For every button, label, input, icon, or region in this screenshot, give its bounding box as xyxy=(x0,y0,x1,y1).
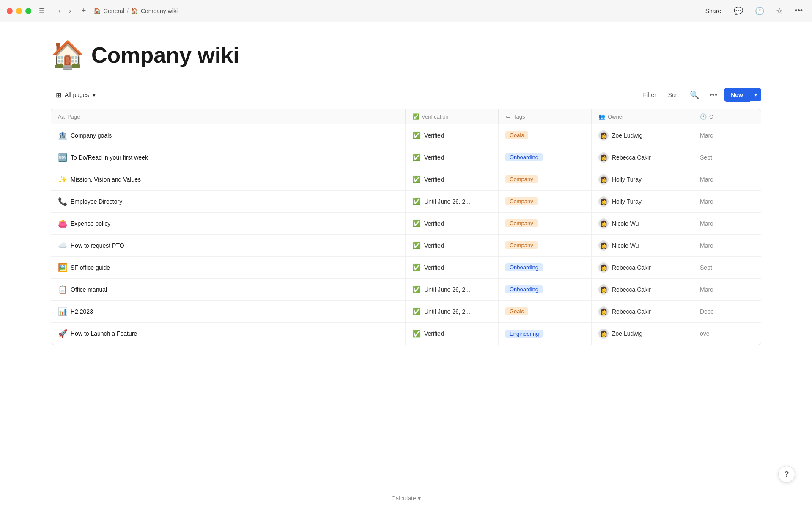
comments-button[interactable]: 💬 xyxy=(731,5,746,17)
cell-tag: Company xyxy=(499,213,592,234)
row-page-name: How to request PTO xyxy=(71,242,124,249)
row-owner-name: Holly Turay xyxy=(612,198,642,205)
row-owner-name: Rebecca Cakir xyxy=(612,308,651,315)
history-button[interactable]: 🕐 xyxy=(752,5,767,17)
toolbar: ⊞ All pages ▾ Filter Sort 🔍 ••• New ▾ xyxy=(51,88,761,102)
verify-check-icon: ✅ xyxy=(412,285,421,293)
cell-tag: Company xyxy=(499,235,592,256)
new-tab-button[interactable]: + xyxy=(79,5,89,17)
col-header-date: 🕐 C xyxy=(693,109,761,124)
page-title: Company wiki xyxy=(91,42,239,68)
row-page-name: Mission, Vision and Values xyxy=(71,176,141,183)
cell-date: Sept xyxy=(693,257,761,278)
forward-button[interactable]: › xyxy=(66,6,74,17)
cell-page-name: 🚀 How to Launch a Feature xyxy=(51,323,406,345)
sort-button[interactable]: Sort xyxy=(664,89,683,101)
owner-avatar: 👩 xyxy=(598,306,609,317)
cell-verification: ✅ Verified xyxy=(406,323,499,345)
table-row[interactable]: ✨ Mission, Vision and Values ✅ Verified … xyxy=(51,168,761,190)
cell-date: Marc xyxy=(693,168,761,190)
bookmark-button[interactable]: ☆ xyxy=(774,5,785,17)
row-tag: Goals xyxy=(505,307,528,315)
cell-date: Marc xyxy=(693,279,761,300)
row-owner-name: Holly Turay xyxy=(612,176,642,183)
cell-tag: Onboarding xyxy=(499,279,592,300)
row-page-icon: 👛 xyxy=(58,219,67,228)
view-selector-button[interactable]: ⊞ All pages ▾ xyxy=(51,88,101,102)
share-button[interactable]: Share xyxy=(702,6,724,16)
row-tag: Onboarding xyxy=(505,153,543,161)
cell-verification: ✅ Verified xyxy=(406,235,499,256)
owner-avatar: 👩 xyxy=(598,284,609,295)
table-header: Aa Page ✅ Verification ≔ Tags 👥 Owner 🕐 … xyxy=(51,109,761,124)
calculate-button[interactable]: Calculate ▾ xyxy=(391,495,420,502)
col-header-date-icon: 🕐 xyxy=(700,113,707,120)
cell-verification: ✅ Verified xyxy=(406,213,499,234)
search-button[interactable]: 🔍 xyxy=(686,88,702,102)
table-row[interactable]: 📋 Office manual ✅ Until June 26, 2... On… xyxy=(51,279,761,301)
table-body: 🏦 Company goals ✅ Verified Goals 👩 Zoe L… xyxy=(51,124,761,345)
cell-verification: ✅ Verified xyxy=(406,257,499,278)
owner-avatar: 👩 xyxy=(598,174,609,185)
table-row[interactable]: 🆕 To Do/Read in your first week ✅ Verifi… xyxy=(51,146,761,168)
breadcrumb-home-icon: 🏠 xyxy=(93,8,101,14)
more-toolbar-button[interactable]: ••• xyxy=(706,88,721,102)
row-date: Marc xyxy=(700,242,713,249)
cell-owner: 👩 Nicole Wu xyxy=(592,213,693,234)
cell-owner: 👩 Zoe Ludwig xyxy=(592,124,693,146)
table-row[interactable]: ☁️ How to request PTO ✅ Verified Company… xyxy=(51,235,761,257)
row-page-icon: 🖼️ xyxy=(58,263,67,272)
cell-date: Marc xyxy=(693,213,761,234)
cell-owner: 👩 Nicole Wu xyxy=(592,235,693,256)
sidebar-toggle-button[interactable]: ☰ xyxy=(36,5,47,17)
nav-arrows: ‹ › xyxy=(56,6,74,17)
cell-verification: ✅ Verified xyxy=(406,124,499,146)
cell-page-name: ✨ Mission, Vision and Values xyxy=(51,168,406,190)
back-button[interactable]: ‹ xyxy=(56,6,63,17)
owner-avatar: 👩 xyxy=(598,196,609,207)
col-header-page-icon: Aa xyxy=(58,113,65,120)
row-page-name: To Do/Read in your first week xyxy=(71,154,148,161)
verify-check-icon: ✅ xyxy=(412,131,421,139)
cell-owner: 👩 Rebecca Cakir xyxy=(592,279,693,300)
row-page-name: Employee Directory xyxy=(71,198,122,205)
table-row[interactable]: 🚀 How to Launch a Feature ✅ Verified Eng… xyxy=(51,323,761,345)
maximize-traffic-light[interactable] xyxy=(25,8,31,14)
table-row[interactable]: 📞 Employee Directory ✅ Until June 26, 2.… xyxy=(51,190,761,213)
cell-page-name: ☁️ How to request PTO xyxy=(51,235,406,256)
row-tag: Company xyxy=(505,241,538,249)
close-traffic-light[interactable] xyxy=(7,8,13,14)
row-verification: Verified xyxy=(424,220,444,227)
row-owner-name: Rebecca Cakir xyxy=(612,286,651,293)
row-verification: Verified xyxy=(424,330,444,337)
row-verification: Verified xyxy=(424,242,444,249)
cell-owner: 👩 Holly Turay xyxy=(592,168,693,190)
table-row[interactable]: 👛 Expense policy ✅ Verified Company 👩 Ni… xyxy=(51,213,761,235)
cell-owner: 👩 Zoe Ludwig xyxy=(592,323,693,345)
cell-page-name: 🖼️ SF office guide xyxy=(51,257,406,278)
table-row[interactable]: 🏦 Company goals ✅ Verified Goals 👩 Zoe L… xyxy=(51,124,761,146)
breadcrumb-general[interactable]: General xyxy=(103,8,124,14)
cell-verification: ✅ Until June 26, 2... xyxy=(406,301,499,322)
col-header-verification: ✅ Verification xyxy=(406,109,499,124)
verify-check-icon: ✅ xyxy=(412,219,421,227)
verify-check-icon: ✅ xyxy=(412,330,421,338)
new-button-container: New ▾ xyxy=(724,88,761,102)
cell-tag: Company xyxy=(499,190,592,212)
row-page-icon: 📊 xyxy=(58,307,67,316)
table-row[interactable]: 🖼️ SF office guide ✅ Verified Onboarding… xyxy=(51,257,761,279)
filter-button[interactable]: Filter xyxy=(639,89,660,101)
cell-page-name: 📋 Office manual xyxy=(51,279,406,300)
help-button[interactable]: ? xyxy=(778,466,795,483)
table-row[interactable]: 📊 H2 2023 ✅ Until June 26, 2... Goals 👩 … xyxy=(51,301,761,323)
minimize-traffic-light[interactable] xyxy=(16,8,22,14)
new-button[interactable]: New xyxy=(724,88,750,102)
col-header-owner-label: Owner xyxy=(608,113,624,120)
more-options-button[interactable]: ••• xyxy=(792,5,805,17)
col-header-page: Aa Page xyxy=(51,109,406,124)
verify-check-icon: ✅ xyxy=(412,241,421,249)
new-button-dropdown[interactable]: ▾ xyxy=(750,88,761,101)
breadcrumb-current[interactable]: Company wiki xyxy=(141,8,178,14)
row-verification: Verified xyxy=(424,264,444,271)
row-owner-name: Nicole Wu xyxy=(612,242,639,249)
